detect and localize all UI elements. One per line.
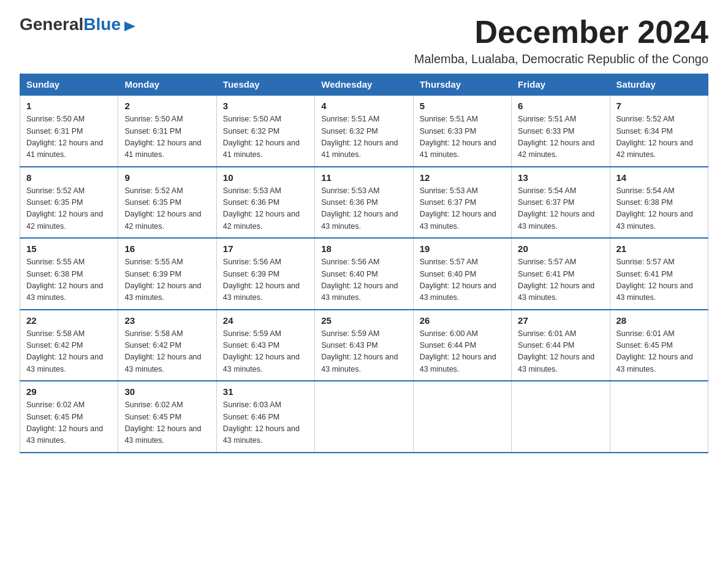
- table-row: [413, 381, 511, 453]
- col-monday: Monday: [118, 74, 216, 96]
- logo-content: GeneralBlue: [20, 15, 135, 34]
- day-number: 16: [124, 243, 210, 254]
- table-row: 20 Sunrise: 5:57 AM Sunset: 6:41 PM Dayl…: [512, 238, 610, 310]
- day-info: Sunrise: 5:54 AM Sunset: 6:38 PM Dayligh…: [616, 185, 702, 233]
- day-info: Sunrise: 5:51 AM Sunset: 6:33 PM Dayligh…: [518, 113, 603, 161]
- day-number: 3: [223, 101, 308, 111]
- day-info: Sunrise: 5:53 AM Sunset: 6:36 PM Dayligh…: [223, 185, 308, 233]
- table-row: 4 Sunrise: 5:51 AM Sunset: 6:32 PM Dayli…: [315, 95, 413, 167]
- calendar-week-row: 1 Sunrise: 5:50 AM Sunset: 6:31 PM Dayli…: [20, 95, 708, 167]
- day-info: Sunrise: 5:56 AM Sunset: 6:40 PM Dayligh…: [321, 256, 406, 304]
- day-info: Sunrise: 5:59 AM Sunset: 6:43 PM Dayligh…: [321, 328, 406, 376]
- logo-general: General: [20, 15, 83, 34]
- day-number: 6: [518, 101, 603, 111]
- table-row: [610, 381, 708, 453]
- day-info: Sunrise: 5:57 AM Sunset: 6:41 PM Dayligh…: [616, 256, 702, 304]
- day-info: Sunrise: 5:58 AM Sunset: 6:42 PM Dayligh…: [26, 328, 112, 376]
- table-row: 16 Sunrise: 5:55 AM Sunset: 6:39 PM Dayl…: [118, 238, 216, 310]
- day-number: 19: [420, 243, 505, 254]
- table-row: 22 Sunrise: 5:58 AM Sunset: 6:42 PM Dayl…: [20, 310, 118, 381]
- page-title: December 2024: [414, 15, 708, 50]
- day-info: Sunrise: 6:00 AM Sunset: 6:44 PM Dayligh…: [420, 328, 505, 376]
- day-number: 4: [321, 101, 406, 111]
- day-number: 7: [616, 101, 702, 111]
- table-row: 7 Sunrise: 5:52 AM Sunset: 6:34 PM Dayli…: [610, 95, 708, 167]
- table-row: 28 Sunrise: 6:01 AM Sunset: 6:45 PM Dayl…: [610, 310, 708, 381]
- day-info: Sunrise: 5:52 AM Sunset: 6:35 PM Dayligh…: [26, 185, 112, 233]
- table-row: [315, 381, 413, 453]
- day-info: Sunrise: 6:01 AM Sunset: 6:45 PM Dayligh…: [616, 328, 702, 376]
- day-number: 9: [124, 172, 210, 183]
- day-info: Sunrise: 5:50 AM Sunset: 6:32 PM Dayligh…: [223, 113, 308, 161]
- day-info: Sunrise: 5:57 AM Sunset: 6:40 PM Dayligh…: [420, 256, 505, 304]
- table-row: 23 Sunrise: 5:58 AM Sunset: 6:42 PM Dayl…: [118, 310, 216, 381]
- day-number: 12: [420, 172, 505, 183]
- table-row: 1 Sunrise: 5:50 AM Sunset: 6:31 PM Dayli…: [20, 95, 118, 167]
- table-row: [512, 381, 610, 453]
- calendar-table: Sunday Monday Tuesday Wednesday Thursday…: [20, 74, 708, 453]
- day-info: Sunrise: 5:51 AM Sunset: 6:33 PM Dayligh…: [420, 113, 505, 161]
- day-number: 5: [420, 101, 505, 111]
- day-info: Sunrise: 5:53 AM Sunset: 6:36 PM Dayligh…: [321, 185, 406, 233]
- table-row: 8 Sunrise: 5:52 AM Sunset: 6:35 PM Dayli…: [20, 167, 118, 239]
- day-number: 24: [223, 315, 308, 326]
- day-number: 11: [321, 172, 406, 183]
- calendar-header-row: Sunday Monday Tuesday Wednesday Thursday…: [20, 74, 708, 96]
- day-number: 14: [616, 172, 702, 183]
- day-number: 10: [223, 172, 308, 183]
- day-info: Sunrise: 5:59 AM Sunset: 6:43 PM Dayligh…: [223, 328, 308, 376]
- day-number: 2: [124, 101, 210, 111]
- table-row: 31 Sunrise: 6:03 AM Sunset: 6:46 PM Dayl…: [216, 381, 314, 453]
- table-row: 11 Sunrise: 5:53 AM Sunset: 6:36 PM Dayl…: [315, 167, 413, 239]
- day-info: Sunrise: 6:03 AM Sunset: 6:46 PM Dayligh…: [223, 399, 308, 447]
- table-row: 13 Sunrise: 5:54 AM Sunset: 6:37 PM Dayl…: [512, 167, 610, 239]
- day-number: 20: [518, 243, 603, 254]
- day-number: 28: [616, 315, 702, 326]
- calendar-week-row: 22 Sunrise: 5:58 AM Sunset: 6:42 PM Dayl…: [20, 310, 708, 381]
- day-number: 30: [124, 386, 210, 397]
- table-row: 9 Sunrise: 5:52 AM Sunset: 6:35 PM Dayli…: [118, 167, 216, 239]
- day-number: 8: [26, 172, 112, 183]
- day-info: Sunrise: 6:01 AM Sunset: 6:44 PM Dayligh…: [518, 328, 603, 376]
- day-info: Sunrise: 5:52 AM Sunset: 6:35 PM Dayligh…: [124, 185, 210, 233]
- table-row: 10 Sunrise: 5:53 AM Sunset: 6:36 PM Dayl…: [216, 167, 314, 239]
- table-row: 3 Sunrise: 5:50 AM Sunset: 6:32 PM Dayli…: [216, 95, 314, 167]
- day-number: 1: [26, 101, 112, 111]
- table-row: 27 Sunrise: 6:01 AM Sunset: 6:44 PM Dayl…: [512, 310, 610, 381]
- table-row: 2 Sunrise: 5:50 AM Sunset: 6:31 PM Dayli…: [118, 95, 216, 167]
- calendar-week-row: 15 Sunrise: 5:55 AM Sunset: 6:38 PM Dayl…: [20, 238, 708, 310]
- table-row: 14 Sunrise: 5:54 AM Sunset: 6:38 PM Dayl…: [610, 167, 708, 239]
- day-number: 23: [124, 315, 210, 326]
- table-row: 30 Sunrise: 6:02 AM Sunset: 6:45 PM Dayl…: [118, 381, 216, 453]
- day-info: Sunrise: 5:52 AM Sunset: 6:34 PM Dayligh…: [616, 113, 702, 161]
- day-number: 18: [321, 243, 406, 254]
- day-info: Sunrise: 5:58 AM Sunset: 6:42 PM Dayligh…: [124, 328, 210, 376]
- col-friday: Friday: [512, 74, 610, 96]
- col-saturday: Saturday: [610, 74, 708, 96]
- day-info: Sunrise: 5:50 AM Sunset: 6:31 PM Dayligh…: [26, 113, 112, 161]
- day-info: Sunrise: 5:56 AM Sunset: 6:39 PM Dayligh…: [223, 256, 308, 304]
- day-number: 27: [518, 315, 603, 326]
- col-thursday: Thursday: [413, 74, 511, 96]
- day-number: 26: [420, 315, 505, 326]
- day-info: Sunrise: 5:50 AM Sunset: 6:31 PM Dayligh…: [124, 113, 210, 161]
- day-info: Sunrise: 6:02 AM Sunset: 6:45 PM Dayligh…: [26, 399, 112, 447]
- day-info: Sunrise: 5:55 AM Sunset: 6:38 PM Dayligh…: [26, 256, 112, 304]
- table-row: 15 Sunrise: 5:55 AM Sunset: 6:38 PM Dayl…: [20, 238, 118, 310]
- day-number: 21: [616, 243, 702, 254]
- day-number: 22: [26, 315, 112, 326]
- day-number: 15: [26, 243, 112, 254]
- table-row: 18 Sunrise: 5:56 AM Sunset: 6:40 PM Dayl…: [315, 238, 413, 310]
- col-sunday: Sunday: [20, 74, 118, 96]
- calendar-week-row: 8 Sunrise: 5:52 AM Sunset: 6:35 PM Dayli…: [20, 167, 708, 239]
- title-area: December 2024 Malemba, Lualaba, Democrat…: [414, 15, 708, 66]
- table-row: 26 Sunrise: 6:00 AM Sunset: 6:44 PM Dayl…: [413, 310, 511, 381]
- col-tuesday: Tuesday: [216, 74, 314, 96]
- day-number: 13: [518, 172, 603, 183]
- day-info: Sunrise: 5:55 AM Sunset: 6:39 PM Dayligh…: [124, 256, 210, 304]
- logo: GeneralBlue: [20, 15, 135, 34]
- day-info: Sunrise: 5:53 AM Sunset: 6:37 PM Dayligh…: [420, 185, 505, 233]
- day-info: Sunrise: 5:51 AM Sunset: 6:32 PM Dayligh…: [321, 113, 406, 161]
- table-row: 12 Sunrise: 5:53 AM Sunset: 6:37 PM Dayl…: [413, 167, 511, 239]
- logo-triangle-icon: [124, 21, 135, 31]
